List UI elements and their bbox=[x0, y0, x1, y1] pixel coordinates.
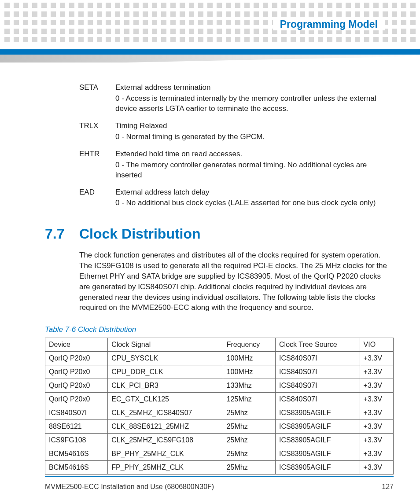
parameter-description-line: 0 - The memory controller generates norm… bbox=[115, 160, 394, 180]
table-cell: +3.3V bbox=[360, 379, 393, 393]
table-cell: QorIQ P20x0 bbox=[45, 365, 108, 379]
table-cell: 25Mhz bbox=[223, 406, 275, 420]
table-cell: ICS83905AGILF bbox=[276, 447, 360, 461]
table-cell: 133Mhz bbox=[223, 379, 275, 393]
clock-distribution-table: DeviceClock SignalFrequencyClock Tree So… bbox=[45, 338, 394, 475]
table-row: QorIQ P20x0EC_GTX_CLK125125MhzICS840S07I… bbox=[45, 393, 394, 406]
table-header-cell: Clock Signal bbox=[108, 338, 223, 352]
section-number: 7.7 bbox=[45, 226, 79, 242]
table-cell: 25Mhz bbox=[223, 447, 275, 461]
parameter-description-line: Extended hold time on read accesses. bbox=[115, 149, 394, 159]
table-cell: 100MHz bbox=[223, 365, 275, 379]
parameter-description-line: 0 - Normal timing is generated by the GP… bbox=[115, 132, 394, 142]
table-cell: QorIQ P20x0 bbox=[45, 393, 108, 406]
table-cell: +3.3V bbox=[360, 447, 393, 461]
parameter-list: SETAExternal address termination0 - Acce… bbox=[45, 83, 394, 209]
table-cell: 25Mhz bbox=[223, 420, 275, 434]
parameter-row: EADExternal address latch delay0 - No ad… bbox=[45, 188, 394, 210]
table-cell: ICS83905AGILF bbox=[276, 406, 360, 420]
table-cell: CLK_PCI_BR3 bbox=[108, 379, 223, 393]
table-cell: +3.3V bbox=[360, 365, 393, 379]
table-cell: ICS9FG108 bbox=[45, 434, 108, 447]
table-row: 88SE6121CLK_88SE6121_25MHZ25MhzICS83905A… bbox=[45, 420, 394, 434]
table-header-cell: Device bbox=[45, 338, 108, 352]
footer-doc-title: MVME2500-ECC Installation and Use (68068… bbox=[45, 483, 214, 491]
table-cell: EC_GTX_CLK125 bbox=[108, 393, 223, 406]
table-cell: ICS840S07I bbox=[45, 406, 108, 420]
section-body: The clock function generates and distrib… bbox=[45, 250, 394, 313]
table-cell: +3.3V bbox=[360, 352, 393, 365]
footer-rule bbox=[45, 476, 394, 477]
parameter-name: SETA bbox=[45, 83, 115, 115]
table-cell: BCM54616S bbox=[45, 461, 108, 475]
table-cell: 100MHz bbox=[223, 352, 275, 365]
table-cell: CLK_25MHZ_ICS840S07 bbox=[108, 406, 223, 420]
table-cell: 88SE6121 bbox=[45, 420, 108, 434]
table-row: BCM54616SFP_PHY_25MHZ_CLK25MhzICS83905AG… bbox=[45, 461, 394, 475]
table-header-cell: Clock Tree Source bbox=[276, 338, 360, 352]
table-cell: ICS840S07I bbox=[276, 352, 360, 365]
parameter-row: SETAExternal address termination0 - Acce… bbox=[45, 83, 394, 115]
parameter-description-line: External address latch delay bbox=[115, 188, 394, 198]
table-cell: ICS840S07I bbox=[276, 365, 360, 379]
header-blue-rule bbox=[0, 49, 420, 55]
parameter-name: EAD bbox=[45, 188, 115, 210]
table-cell: ICS83905AGILF bbox=[276, 434, 360, 447]
table-cell: CLK_25MHZ_ICS9FG108 bbox=[108, 434, 223, 447]
table-cell: QorIQ P20x0 bbox=[45, 379, 108, 393]
parameter-description-line: 0 - No additional bus clock cycles (LALE… bbox=[115, 198, 394, 208]
table-cell: ICS83905AGILF bbox=[276, 461, 360, 475]
page-content: SETAExternal address termination0 - Acce… bbox=[45, 83, 394, 475]
table-header-cell: VIO bbox=[360, 338, 393, 352]
table-header-cell: Frequency bbox=[223, 338, 275, 352]
table-row: ICS840S07ICLK_25MHZ_ICS840S0725MhzICS839… bbox=[45, 406, 394, 420]
table-cell: 25Mhz bbox=[223, 434, 275, 447]
table-cell: 25Mhz bbox=[223, 461, 275, 475]
parameter-description-line: External address termination bbox=[115, 83, 394, 93]
page-footer: MVME2500-ECC Installation and Use (68068… bbox=[45, 483, 394, 491]
parameter-description: Extended hold time on read accesses.0 - … bbox=[115, 149, 394, 181]
table-cell: CPU_SYSCLK bbox=[108, 352, 223, 365]
table-row: ICS9FG108CLK_25MHZ_ICS9FG10825MhzICS8390… bbox=[45, 434, 394, 447]
table-cell: ICS840S07I bbox=[276, 393, 360, 406]
table-cell: CPU_DDR_CLK bbox=[108, 365, 223, 379]
section-heading: 7.7 Clock Distribution bbox=[45, 226, 394, 242]
table-cell: BP_PHY_25MHZ_CLK bbox=[108, 447, 223, 461]
table-cell: CLK_88SE6121_25MHZ bbox=[108, 420, 223, 434]
parameter-description: External address latch delay0 - No addit… bbox=[115, 188, 394, 210]
table-cell: 125Mhz bbox=[223, 393, 275, 406]
parameter-name: TRLX bbox=[45, 121, 115, 143]
table-cell: BCM54616S bbox=[45, 447, 108, 461]
table-row: QorIQ P20x0CPU_DDR_CLK100MHzICS840S07I+3… bbox=[45, 365, 394, 379]
table-row: QorIQ P20x0CLK_PCI_BR3133MhzICS840S07I+3… bbox=[45, 379, 394, 393]
section-title: Clock Distribution bbox=[79, 226, 201, 242]
table-cell: +3.3V bbox=[360, 461, 393, 475]
table-row: QorIQ P20x0CPU_SYSCLK100MHzICS840S07I+3.… bbox=[45, 352, 394, 365]
table-cell: +3.3V bbox=[360, 420, 393, 434]
table-cell: FP_PHY_25MHZ_CLK bbox=[108, 461, 223, 475]
parameter-description: Timing Relaxed0 - Normal timing is gener… bbox=[115, 121, 394, 143]
parameter-description-line: 0 - Access is terminated internally by t… bbox=[115, 94, 394, 114]
parameter-description-line: Timing Relaxed bbox=[115, 121, 394, 131]
table-row: BCM54616SBP_PHY_25MHZ_CLK25MhzICS83905AG… bbox=[45, 447, 394, 461]
table-cell: +3.3V bbox=[360, 434, 393, 447]
table-caption: Table 7-6 Clock Distribution bbox=[45, 325, 394, 334]
table-cell: +3.3V bbox=[360, 393, 393, 406]
table-cell: ICS83905AGILF bbox=[276, 420, 360, 434]
table-cell: +3.3V bbox=[360, 406, 393, 420]
parameter-row: TRLXTiming Relaxed0 - Normal timing is g… bbox=[45, 121, 394, 143]
parameter-name: EHTR bbox=[45, 149, 115, 181]
footer-page-number: 127 bbox=[382, 483, 394, 491]
table-cell: ICS840S07I bbox=[276, 379, 360, 393]
chapter-title: Programming Model bbox=[273, 18, 385, 30]
parameter-row: EHTRExtended hold time on read accesses.… bbox=[45, 149, 394, 181]
table-cell: QorIQ P20x0 bbox=[45, 352, 108, 365]
parameter-description: External address termination0 - Access i… bbox=[115, 83, 394, 115]
header-grey-wedge bbox=[0, 55, 420, 63]
